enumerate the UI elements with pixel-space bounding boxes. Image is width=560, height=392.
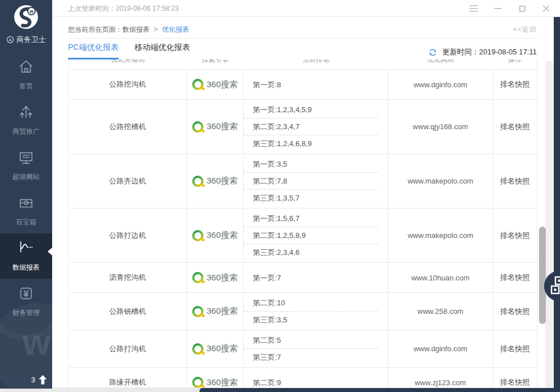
- rank-line: 第一页:1,5,6,7: [244, 210, 377, 227]
- rank-snapshot-link[interactable]: 排名快照: [493, 154, 537, 208]
- column-header: 优化网站: [388, 59, 493, 69]
- column-header: 优化关键词: [69, 59, 187, 69]
- ranking-cell: 第一页:1,2,3,4,5,9第二页:2,3,4,7第三页:1,2,4,6,8,…: [244, 100, 388, 154]
- sidebar-item-label: 商贸推广: [12, 127, 40, 137]
- rank-snapshot-link[interactable]: 排名快照: [493, 70, 537, 99]
- sidebar-item-website[interactable]: 超级网站: [0, 143, 52, 188]
- tab-mobile-report[interactable]: 移动端优化报表: [134, 42, 190, 59]
- toolbox-icon: [18, 194, 35, 214]
- main-content: 您当前所在页面：数据报表 > 优化报表 <<返回 PC端优化报表移动端优化报表 …: [52, 18, 554, 387]
- search-engine-label: 360搜索: [206, 306, 237, 317]
- up-arrow-icon: [39, 375, 47, 385]
- website-cell: www.10huan.com: [388, 263, 493, 292]
- keyword-cell: 公路铣槽机: [69, 293, 187, 330]
- search-engine-label: 360搜索: [206, 230, 237, 241]
- scrollbar-thumb[interactable]: [539, 227, 546, 324]
- search-engine-label: 360搜索: [206, 272, 237, 283]
- sidebar-item-label: 数据报表: [12, 263, 40, 272]
- background-window-bottom-bar: [200, 388, 560, 392]
- rank-snapshot-link[interactable]: 排名快照: [493, 330, 537, 367]
- window-controls: [469, 0, 551, 17]
- 360-search-logo-icon: [192, 121, 203, 133]
- rank-line: 第一页:1,2,3,4,5,9: [244, 101, 377, 118]
- refresh-icon[interactable]: [428, 48, 438, 57]
- sidebar-item-label: 财务管理: [12, 308, 40, 318]
- sidebar-item-promotion[interactable]: 商贸推广: [0, 97, 52, 143]
- website-cell: www.258.com: [388, 293, 493, 330]
- rank-snapshot-link[interactable]: 排名快照: [493, 208, 537, 262]
- minimize-icon[interactable]: [493, 4, 502, 13]
- search-engine-cell: 360搜索: [187, 100, 244, 154]
- ranking-cell: 第一页:3,5第二页:7,8第三页:1,3,5,7: [244, 154, 388, 208]
- tab-pc-report[interactable]: PC端优化报表: [68, 42, 118, 59]
- sidebar-item-finance[interactable]: 财务管理: [0, 279, 52, 324]
- website-cell: www.makepolo.com: [388, 154, 493, 208]
- rank-line: 第二页:2,3,4,7: [244, 118, 377, 135]
- ranking-cell: 第一页:7: [244, 263, 388, 292]
- 360-search-logo-icon: [192, 306, 203, 317]
- sidebar-item-home[interactable]: 首页: [0, 52, 52, 97]
- rank-line: 第一页:3,5: [244, 156, 377, 172]
- sidebar: w w A 商务卫士 首页 商贸推广 超级网站 百宝箱: [0, 0, 52, 389]
- maximize-icon[interactable]: [517, 4, 527, 13]
- column-header: 搜索引擎: [187, 59, 244, 69]
- home-icon: [18, 58, 35, 78]
- update-time-text: 更新时间：2019-08-05 17:11: [442, 47, 537, 57]
- rank-line: 第二页:7,8: [244, 172, 377, 189]
- close-icon[interactable]: [542, 4, 551, 13]
- table-row: 公路打沟机 360搜索 第二页:5第三页:7 www.dginfo.com 排名…: [69, 330, 537, 368]
- breadcrumb-section[interactable]: 数据报表: [122, 25, 150, 33]
- sidebar-item-reports[interactable]: 数据报表: [0, 233, 52, 279]
- message-badge[interactable]: 3: [31, 375, 47, 385]
- 360-search-logo-icon: [192, 377, 203, 387]
- brand-block: w A 商务卫士: [0, 4, 52, 45]
- table-row: 公路挖沟机 360搜索 第一页:8 www.dginfo.com 排名快照: [69, 70, 537, 100]
- column-header: 当前排名: [244, 59, 388, 69]
- website-cell: www.dginfo.com: [388, 330, 493, 367]
- breadcrumb-prefix: 您当前所在页面：: [68, 25, 122, 33]
- back-link[interactable]: <<返回: [513, 25, 537, 35]
- keyword-cell: 沥青挖沟机: [69, 263, 187, 292]
- rank-line: 第二页:5: [244, 332, 377, 348]
- table-row: 公路打边机 360搜索 第一页:1,5,6,7第二页:1,2,5,8,9第三页:…: [69, 208, 537, 263]
- ranking-cell: 第二页:9: [244, 368, 388, 387]
- website-cell: www.zj123.com: [388, 368, 493, 387]
- rank-line: 第三页:1,3,5,7: [244, 189, 377, 206]
- svg-text:w: w: [29, 8, 33, 14]
- rank-line: 第二页:9: [244, 374, 377, 388]
- sidebar-item-toolbox[interactable]: 百宝箱: [0, 188, 52, 233]
- 360-search-logo-icon: [192, 176, 203, 187]
- 360-search-logo-icon: [192, 272, 203, 283]
- rank-line: 第一页:7: [244, 270, 377, 286]
- sidebar-item-label: 首页: [19, 82, 33, 91]
- tab-bar: PC端优化报表移动端优化报表: [68, 42, 190, 59]
- rank-snapshot-link[interactable]: 排名快照: [493, 368, 537, 387]
- divider: [68, 38, 537, 39]
- ranking-cell: 第一页:1,5,6,7第二页:1,2,5,8,9第三页:2,3,4,6: [244, 208, 388, 262]
- rank-line: 第二页:1,2,5,8,9: [244, 227, 377, 244]
- sidebar-item-label: 百宝箱: [16, 218, 36, 227]
- table-row: 沥青挖沟机 360搜索 第一页:7 www.10huan.com 排名快照: [69, 263, 537, 293]
- search-engine-cell: 360搜索: [187, 293, 244, 330]
- scrollbar-track: [545, 61, 553, 387]
- column-header: 操作: [493, 59, 537, 69]
- search-engine-cell: 360搜索: [187, 368, 244, 387]
- rank-snapshot-link[interactable]: 排名快照: [493, 100, 537, 154]
- table-row: 公路挖槽机 360搜索 第一页:1,2,3,4,5,9第二页:2,3,4,7第三…: [69, 100, 537, 154]
- rank-line: 第三页:1,2,4,6,8,9: [244, 135, 377, 152]
- breadcrumb-current[interactable]: 优化报表: [162, 25, 189, 33]
- rank-line: 第三页:2,3,4,6: [244, 244, 377, 261]
- last-login-time: 上次登录时间：2019-08-06 17:58:23: [68, 0, 179, 17]
- menu-icon[interactable]: [469, 4, 478, 13]
- rank-snapshot-link[interactable]: 排名快照: [493, 263, 537, 292]
- rank-line: 第三页:3,5: [244, 311, 377, 328]
- table-row: 公路齐边机 360搜索 第一页:3,5第二页:7,8第三页:1,3,5,7 ww…: [69, 154, 537, 208]
- app-logo-icon: w: [13, 4, 39, 30]
- title-bar: 上次登录时间：2019-08-06 17:58:23: [52, 0, 560, 17]
- search-engine-label: 360搜索: [206, 176, 237, 186]
- breadcrumb: 您当前所在页面：数据报表 > 优化报表: [68, 25, 189, 35]
- website-cell: www.makepolo.com: [388, 208, 493, 262]
- ranking-cell: 第二页:5第三页:7: [244, 330, 388, 367]
- rank-snapshot-link[interactable]: 排名快照: [493, 293, 537, 330]
- sidebar-nav: 首页 商贸推广 超级网站 百宝箱 数据报表 财务管理: [0, 52, 52, 324]
